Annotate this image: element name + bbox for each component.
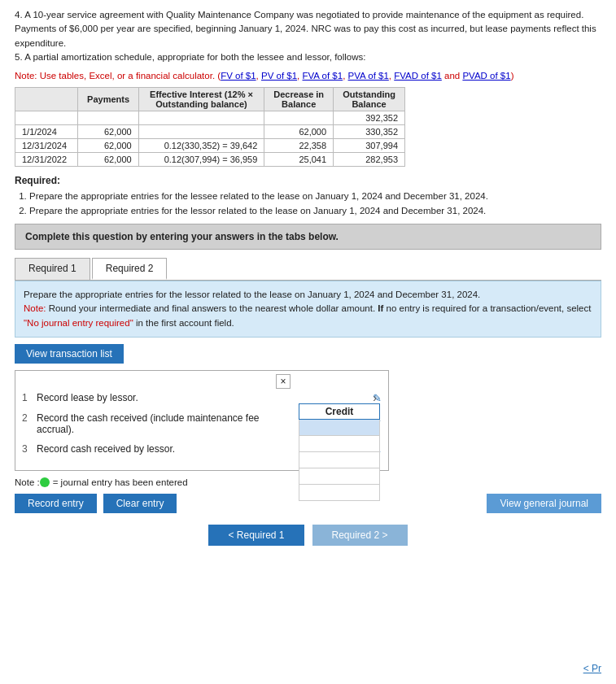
fva-link[interactable]: FVA of $1: [303, 71, 343, 81]
credit-header: Credit: [299, 403, 380, 420]
pva-link[interactable]: PVA of $1: [348, 71, 389, 81]
view-transaction-list-button[interactable]: View transaction list: [15, 344, 124, 364]
credit-row-5[interactable]: [299, 485, 380, 501]
table-row: 12/31/202462,0000.12(330,352) = 39,64222…: [15, 139, 405, 153]
prev-required-button[interactable]: < Required 1: [208, 525, 304, 546]
intro-item5: 5. A partial amortization schedule, appr…: [15, 50, 601, 64]
fv-link[interactable]: FV of $1: [221, 71, 256, 81]
credit-box: Credit: [299, 403, 380, 501]
tabs-row: Required 1 Required 2: [15, 258, 601, 281]
instructions-box: Prepare the appropriate entries for the …: [15, 281, 601, 338]
credit-row-2[interactable]: [299, 436, 380, 452]
required-title: Required:: [15, 175, 601, 186]
fvad-link[interactable]: FVAD of $1: [394, 71, 442, 81]
table-row: 12/31/202262,0000.12(307,994) = 36,95925…: [15, 153, 405, 167]
intro-item4: 4. A 10-year service agreement with Qual…: [15, 8, 601, 50]
note-label-text: Note :: [15, 477, 40, 487]
credit-row-1[interactable]: [299, 420, 380, 436]
table-row: 392,352: [15, 111, 405, 125]
transaction-label-1: Record lease by lessor.: [37, 392, 368, 403]
transaction-area: × 1 Record lease by lessor. ✎ › 2 Record…: [15, 370, 389, 471]
required-section: Required: Prepare the appropriate entrie…: [15, 175, 601, 217]
record-entry-button[interactable]: Record entry: [15, 494, 97, 513]
required-item-2: Prepare the appropriate entries for the …: [29, 204, 601, 217]
instructions-line2: Note: Round your intermediate and final …: [24, 302, 592, 330]
transaction-num-3: 3: [22, 443, 37, 455]
nav-bottom: < Required 1 Required 2 >: [15, 525, 601, 546]
tab-required2[interactable]: Required 2: [92, 258, 168, 280]
note-line: Note: Use tables, Excel, or a financial …: [15, 71, 601, 81]
footer-prev-link[interactable]: < Pr: [583, 663, 601, 674]
instructions-line1: Prepare the appropriate entries for the …: [24, 288, 592, 302]
green-dot-icon: [40, 477, 50, 487]
tab-required1[interactable]: Required 1: [15, 258, 90, 280]
complete-banner: Complete this question by entering your …: [15, 224, 601, 250]
transaction-num-1: 1: [22, 392, 37, 403]
credit-row-3[interactable]: [299, 452, 380, 468]
pv-link[interactable]: PV of $1: [261, 71, 297, 81]
note-journal-text: = journal entry has been entered: [53, 477, 188, 487]
transaction-row-1: 1 Record lease by lessor. ✎ ›: [22, 392, 382, 404]
pvad-link[interactable]: PVAD of $1: [462, 71, 510, 81]
next-required-button[interactable]: Required 2 >: [312, 525, 408, 546]
transaction-num-2: 2: [22, 412, 37, 424]
required-item-1: Prepare the appropriate entries for the …: [29, 190, 601, 203]
clear-entry-button[interactable]: Clear entry: [103, 494, 177, 513]
view-general-journal-button[interactable]: View general journal: [487, 494, 601, 513]
credit-row-4[interactable]: [299, 468, 380, 485]
note-text: Note: Use tables, Excel, or a financial …: [15, 71, 215, 81]
table-row: 1/1/202462,00062,000330,352: [15, 125, 405, 139]
amortization-table: Payments Effective Interest (12% ×Outsta…: [15, 87, 405, 167]
close-button[interactable]: ×: [276, 374, 291, 389]
